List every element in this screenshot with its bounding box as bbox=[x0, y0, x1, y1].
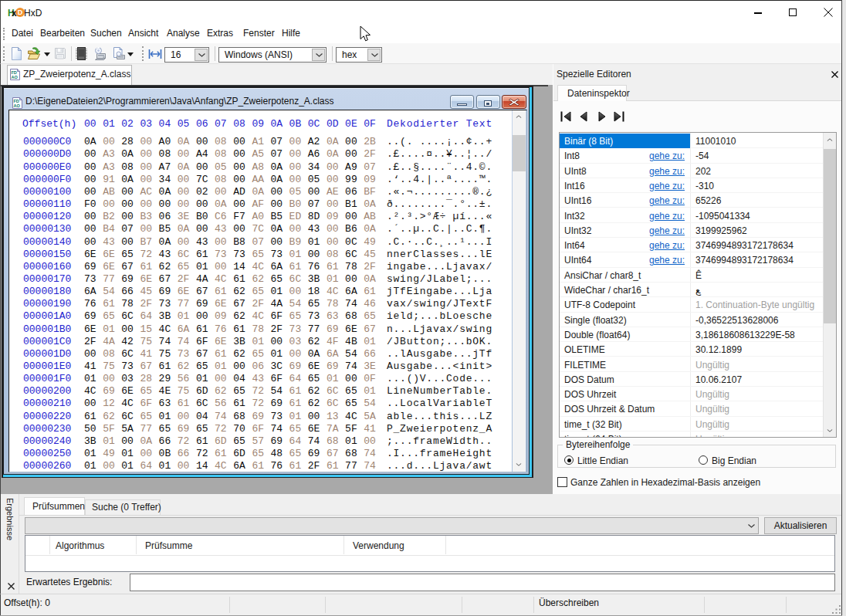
svg-text:AO: AO bbox=[14, 103, 21, 108]
svg-text:AO: AO bbox=[12, 75, 19, 80]
